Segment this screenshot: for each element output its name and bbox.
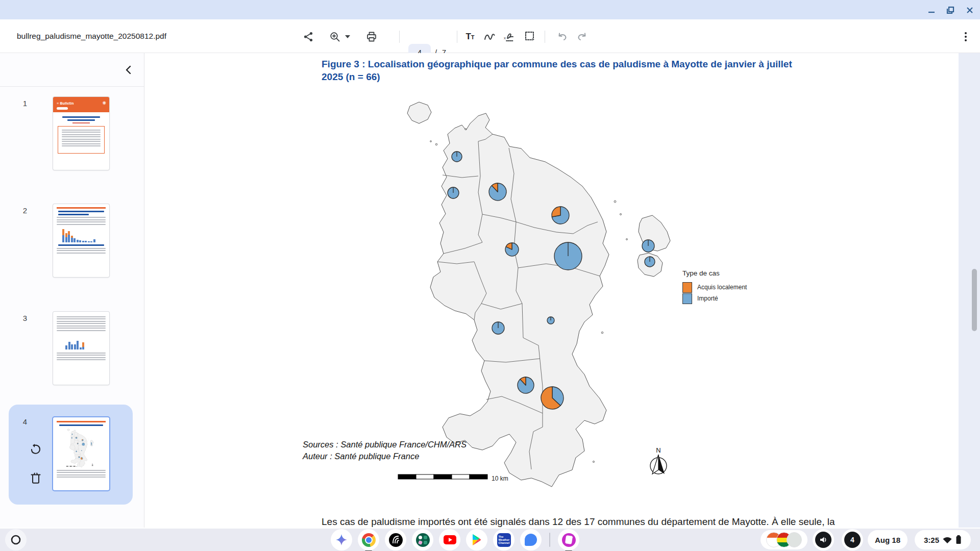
chevron-left-icon [125, 65, 131, 74]
gallery-icon: ✦ [562, 533, 576, 547]
thumbnail-page-4[interactable] [53, 417, 109, 490]
text-annotation-button[interactable]: TT [462, 30, 478, 44]
thumb-map [65, 427, 97, 468]
trash-icon [30, 472, 41, 484]
share-button[interactable] [301, 30, 316, 44]
restore-button[interactable] [944, 5, 957, 16]
app-play-store[interactable] [466, 529, 487, 550]
thumb-heading [58, 214, 89, 215]
scale-bar: 10 km [398, 474, 508, 482]
redo-button[interactable] [574, 30, 590, 44]
date-label: Aug 18 [875, 536, 900, 544]
page-number-label: 1 [19, 99, 31, 108]
toolbar-separator [545, 31, 545, 43]
thumb-heading [67, 119, 95, 121]
more-options-button[interactable] [959, 30, 973, 44]
thumbnail-sidebar: 1 ≡ Bulletin ❋ 2 [0, 53, 144, 528]
window-titlebar [0, 0, 980, 19]
legend-item-imported: Importé [682, 293, 747, 304]
app-gemini[interactable] [331, 529, 352, 550]
minimize-button[interactable] [925, 5, 938, 16]
select-area-icon [524, 31, 536, 43]
collapse-sidebar-button[interactable] [121, 63, 135, 77]
zoom-menu-button[interactable] [343, 30, 352, 44]
north-label: N [656, 446, 660, 454]
app-arcs[interactable] [385, 529, 406, 550]
bulletin-header: ≡ Bulletin ❋ [53, 97, 109, 112]
delete-page-button[interactable] [29, 471, 42, 485]
launcher-button[interactable] [5, 529, 27, 550]
green-shapes-icon [416, 533, 430, 547]
draw-button[interactable] [482, 30, 497, 44]
status-tray[interactable]: 3:25 [915, 530, 971, 549]
mayotte-map: 10 km N [388, 84, 704, 497]
bulletin-title: ≡ Bulletin [57, 102, 74, 105]
pinned-apps: The Weather Channel ✦ [331, 529, 579, 551]
undo-button[interactable] [555, 30, 570, 44]
mtsamboro-islet [407, 102, 431, 123]
sources-line1: Sources : Santé publique France/CHM/ARS [303, 439, 467, 450]
body-text: Les cas de paludisme importés ont été si… [322, 516, 888, 528]
thumb-heading [58, 244, 104, 246]
thumb-rule [57, 207, 106, 209]
scrollbar-thumb[interactable] [972, 269, 977, 331]
app-green-shapes[interactable] [412, 529, 433, 550]
rotate-page-button[interactable] [29, 442, 42, 456]
legend-swatch-local [682, 282, 692, 293]
map-pie [554, 242, 582, 270]
header-chip [57, 107, 68, 110]
signature-icon: x [503, 31, 516, 43]
kebab-icon [965, 32, 967, 41]
volume-dot [815, 532, 831, 548]
play-store-icon [471, 534, 482, 546]
figure-title-line1: Figure 3 : Localisation géographique par… [322, 59, 792, 70]
figure-title-line2: 2025 (n = 66) [322, 71, 380, 83]
wifi-icon [942, 535, 952, 544]
thumbnail-page-3[interactable] [53, 312, 109, 385]
minimize-icon [927, 6, 936, 14]
select-area-button[interactable] [523, 30, 538, 44]
map-pie [489, 183, 506, 201]
weather-channel-icon: The Weather Channel [497, 533, 511, 547]
volume-button[interactable] [813, 529, 834, 550]
redo-icon [576, 31, 587, 42]
app-weather-channel[interactable]: The Weather Channel [493, 529, 514, 550]
map-pie [492, 322, 504, 334]
app-gallery[interactable]: ✦ [558, 529, 579, 550]
map-pie [552, 207, 569, 224]
spf-logo: ❋ [102, 101, 106, 106]
rotate-icon [30, 443, 42, 455]
map-pie [642, 240, 654, 252]
toolbar-separator [399, 31, 400, 43]
thumbnail-page-1[interactable]: ≡ Bulletin ❋ [53, 97, 109, 170]
notification-counter[interactable]: 4 [842, 529, 863, 550]
messages-icon [525, 534, 537, 546]
date-button[interactable]: Aug 18 [868, 530, 908, 549]
scrollbar-track[interactable] [959, 53, 980, 528]
close-icon [966, 6, 974, 14]
app-chrome[interactable] [358, 529, 379, 550]
notification-count-badge: 4 [844, 532, 861, 548]
legend-swatch-imported [682, 293, 692, 304]
thumb-heading [59, 424, 103, 426]
screen: bullreg_paludisme_mayotte_20250812.pdf 4… [0, 0, 980, 551]
undo-icon [557, 31, 568, 42]
youtube-icon [444, 535, 456, 544]
map-legend: Type de cas Acquis localement Importé [682, 269, 747, 304]
thumbnail-page-2[interactable] [53, 204, 109, 277]
pdf-page-view: Figure 3 : Localisation géographique par… [145, 53, 980, 528]
restore-icon [946, 6, 954, 14]
thumb-keybox [58, 126, 105, 154]
print-icon [366, 31, 377, 42]
app-youtube[interactable] [439, 529, 460, 550]
text-annotation-icon: TT [465, 32, 474, 42]
signature-button[interactable]: x [502, 30, 517, 44]
window-previews[interactable] [761, 530, 807, 549]
app-messages[interactable] [520, 529, 542, 550]
zoom-button[interactable] [327, 30, 342, 44]
arcs-icon [389, 533, 403, 547]
close-button[interactable] [963, 5, 976, 16]
print-button[interactable] [364, 30, 379, 44]
map-pie [645, 257, 655, 267]
thumb-rule [57, 421, 106, 422]
